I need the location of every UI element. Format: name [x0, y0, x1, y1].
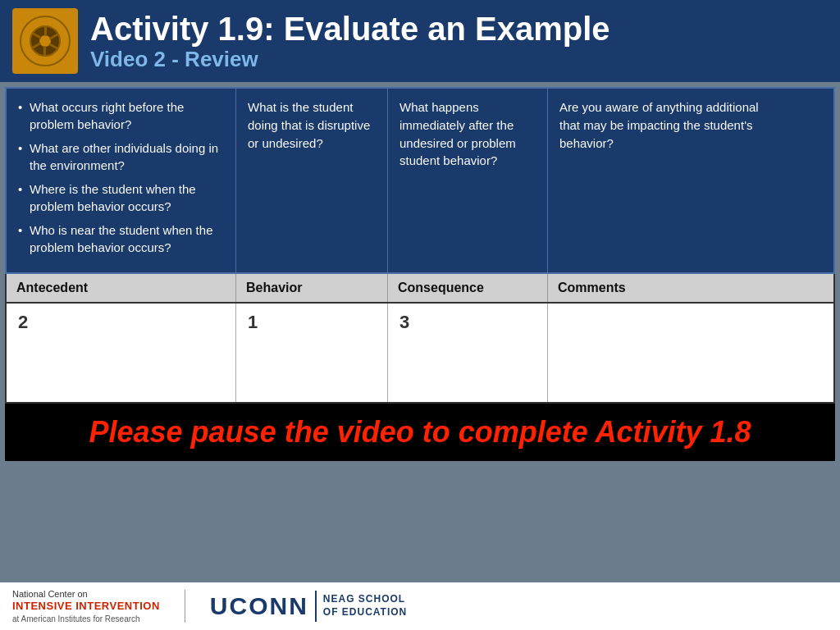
antecedent-bullet-list: What occurs right before the problem beh… — [18, 98, 224, 256]
header-title: Activity 1.9: Evaluate an Example — [90, 11, 610, 47]
banner-text: Please pause the video to complete Activ… — [89, 415, 751, 449]
svg-point-12 — [43, 60, 48, 65]
behavior-question-cell: What is the student doing that is disrup… — [236, 89, 388, 272]
antecedent-bullet-1: What occurs right before the problem beh… — [18, 98, 224, 133]
consequence-question-cell: What happens immediately after the undes… — [388, 89, 548, 272]
svg-point-14 — [25, 28, 30, 33]
table-body: 2 1 3 — [7, 304, 833, 402]
footer: National Center on INTENSIVE INTERVENTIO… — [0, 582, 840, 630]
svg-rect-6 — [43, 46, 46, 56]
table-area: Antecedent Behavior Consequence Comments… — [5, 274, 835, 404]
table-header-consequence: Consequence — [388, 274, 548, 302]
questions-grid: What occurs right before the problem beh… — [5, 87, 835, 274]
main-content: What occurs right before the problem beh… — [0, 82, 840, 582]
header-text: Activity 1.9: Evaluate an Example Video … — [90, 11, 610, 72]
table-header-behavior: Behavior — [236, 274, 388, 302]
behavior-question-text: What is the student doing that is disrup… — [248, 98, 376, 152]
svg-point-10 — [60, 28, 65, 33]
svg-rect-3 — [44, 26, 47, 36]
header-icon — [12, 8, 78, 74]
table-header: Antecedent Behavior Consequence Comments — [7, 274, 833, 304]
header: Activity 1.9: Evaluate an Example Video … — [0, 0, 840, 82]
footer-vert-divider — [315, 591, 317, 622]
comments-question-text: Are you aware of anything additional tha… — [559, 98, 766, 152]
org-name: INTENSIVE INTERVENTION — [12, 600, 160, 614]
neag-text: NEAG SCHOOL OF EDUCATION — [323, 593, 407, 619]
comments-question-cell: Are you aware of anything additional tha… — [548, 89, 778, 272]
table-header-comments: Comments — [548, 274, 778, 302]
svg-point-13 — [25, 49, 30, 54]
uconn-label: UCONN — [210, 592, 308, 620]
table-cell-antecedent: 2 — [7, 304, 236, 402]
antecedent-bullet-2: What are other individuals doing in the … — [18, 139, 224, 174]
table-cell-comments — [548, 304, 778, 402]
svg-point-9 — [43, 17, 48, 22]
consequence-question-text: What happens immediately after the undes… — [399, 98, 536, 170]
antecedent-bullet-4: Who is near the student when the problem… — [18, 221, 224, 256]
header-subtitle: Video 2 - Review — [90, 47, 610, 72]
footer-left: National Center on INTENSIVE INTERVENTIO… — [12, 588, 160, 624]
bottom-banner: Please pause the video to complete Activ… — [5, 404, 835, 461]
film-reel-icon — [17, 13, 73, 69]
org-label: National Center on — [12, 588, 160, 600]
antecedent-bullet-3: Where is the student when the problem be… — [18, 180, 224, 215]
slide: Activity 1.9: Evaluate an Example Video … — [0, 0, 840, 630]
footer-divider — [185, 590, 185, 623]
footer-right: UCONN NEAG SCHOOL OF EDUCATION — [210, 591, 407, 622]
svg-point-11 — [60, 49, 65, 54]
antecedent-question-cell: What occurs right before the problem beh… — [7, 89, 236, 272]
table-header-antecedent: Antecedent — [7, 274, 236, 302]
table-cell-behavior: 1 — [236, 304, 388, 402]
table-cell-consequence: 3 — [388, 304, 548, 402]
org-sub: at American Institutes for Research — [12, 614, 160, 624]
neag-line1: NEAG SCHOOL — [323, 593, 407, 606]
neag-line2: OF EDUCATION — [323, 606, 407, 619]
